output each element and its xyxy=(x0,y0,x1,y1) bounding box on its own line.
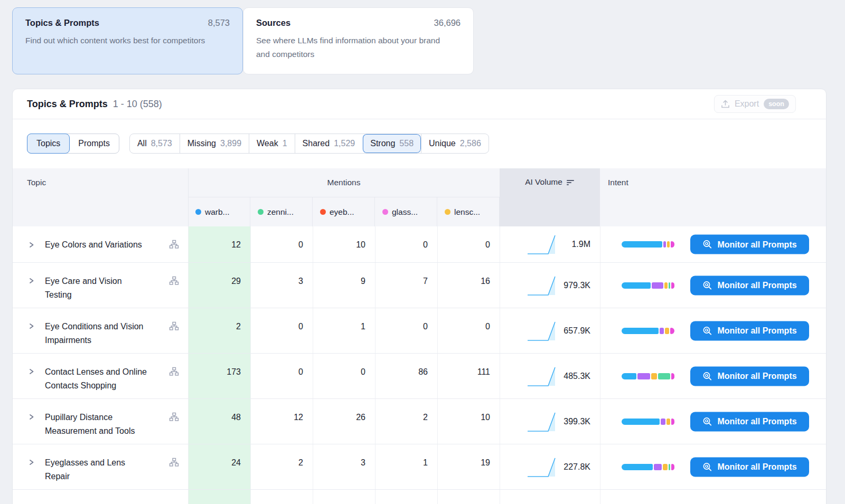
card-value: 8,573 xyxy=(208,18,230,28)
intent-bar xyxy=(622,282,674,289)
mention-count: 26 xyxy=(313,411,375,424)
mention-count: 0 xyxy=(375,238,437,252)
topic-tree-icon[interactable] xyxy=(169,240,179,251)
topic-tree-icon[interactable] xyxy=(169,367,179,378)
filter-count: 1 xyxy=(283,139,287,148)
competitor-header-eyeb[interactable]: eyeb... xyxy=(313,197,375,226)
topic-name[interactable]: Eye Conditions and Vision Impairments xyxy=(45,320,151,347)
topic-name[interactable]: Contact Lenses and Online Contacts Shopp… xyxy=(45,365,151,393)
mention-count: 0 xyxy=(437,320,500,334)
intent-segment-purple xyxy=(661,419,665,425)
table-body: Eye Colors and Variations12010001.9MMoni… xyxy=(13,226,827,504)
intent-segment-magenta xyxy=(671,241,674,248)
filter-weak[interactable]: Weak1 xyxy=(249,134,295,153)
column-header-ai-volume[interactable]: AI Volume xyxy=(500,168,600,226)
intent-segment-yellow xyxy=(664,282,668,289)
filter-missing[interactable]: Missing3,899 xyxy=(180,134,249,153)
monitor-button-label: Monitor all Prompts xyxy=(717,462,796,472)
competitor-label: glass... xyxy=(392,207,418,217)
table-row-partial xyxy=(13,490,827,504)
competitor-header-glass[interactable]: glass... xyxy=(375,197,437,226)
intent-segment-purple xyxy=(663,241,666,248)
mention-count: 173 xyxy=(188,365,250,379)
competitor-header-warb[interactable]: warb... xyxy=(188,197,250,226)
topic-name[interactable]: Eye Colors and Variations xyxy=(45,238,166,252)
monitor-all-prompts-button[interactable]: Monitor all Prompts xyxy=(690,235,809,254)
table-row: Eye Conditions and Vision Impairments201… xyxy=(13,308,827,354)
table-row: Contact Lenses and Online Contacts Shopp… xyxy=(13,354,827,399)
intent-segment-purple xyxy=(654,464,662,470)
topic-name[interactable]: Pupillary Distance Measurement and Tools xyxy=(45,411,151,438)
monitor-all-prompts-button[interactable]: Monitor all Prompts xyxy=(690,366,809,386)
mention-count: 12 xyxy=(250,411,313,424)
column-divider xyxy=(188,490,189,504)
view-toggle-prompts[interactable]: Prompts xyxy=(69,134,119,154)
ai-volume-value: 979.3K xyxy=(500,281,590,290)
card-value: 36,696 xyxy=(434,18,461,28)
filter-count: 1,529 xyxy=(334,139,355,148)
expand-chevron-icon[interactable] xyxy=(28,277,35,287)
column-divider xyxy=(500,490,500,504)
monitor-all-prompts-button[interactable]: Monitor all Prompts xyxy=(690,457,809,477)
topic-tree-icon[interactable] xyxy=(169,321,179,333)
intent-segment-magenta xyxy=(671,282,674,289)
intent-segment-green xyxy=(669,282,670,289)
mention-count: 24 xyxy=(188,456,250,470)
topic-tree-icon[interactable] xyxy=(169,458,179,469)
filter-label: Strong xyxy=(370,139,395,148)
filter-count: 8,573 xyxy=(151,139,172,148)
table-row: Eye Care and Vision Testing2939716979.3K… xyxy=(13,263,827,308)
competitor-label: zenni... xyxy=(267,207,294,217)
mention-count: 29 xyxy=(188,274,250,288)
view-toggle-topics[interactable]: Topics xyxy=(27,134,70,154)
expand-chevron-icon[interactable] xyxy=(28,322,35,332)
competitor-label: lensc... xyxy=(454,207,480,217)
expand-chevron-icon[interactable] xyxy=(28,413,35,423)
competitor-dot xyxy=(320,209,326,215)
topic-tree-icon[interactable] xyxy=(169,412,179,424)
intent-segment-magenta xyxy=(671,373,674,379)
monitor-all-prompts-button[interactable]: Monitor all Prompts xyxy=(690,412,809,431)
intent-segment-yellow xyxy=(666,419,671,425)
intent-segment-purple xyxy=(660,328,664,334)
column-divider xyxy=(375,490,375,504)
column-divider xyxy=(437,490,438,504)
mention-count: 7 xyxy=(375,274,437,288)
filter-count: 558 xyxy=(399,139,414,148)
mention-count: 16 xyxy=(437,274,500,288)
ai-volume-value: 227.8K xyxy=(500,462,590,472)
monitor-all-prompts-button[interactable]: Monitor all Prompts xyxy=(690,321,809,340)
intent-segment-blue xyxy=(622,464,653,470)
card-sources[interactable]: Sources 36,696 See where LLMs find infor… xyxy=(243,7,474,74)
topic-name[interactable]: Eye Care and Vision Testing xyxy=(45,274,151,302)
column-divider xyxy=(600,490,600,504)
competitor-header-lensc[interactable]: lensc... xyxy=(437,197,500,226)
competitor-label: eyeb... xyxy=(330,207,354,217)
monitor-all-prompts-button[interactable]: Monitor all Prompts xyxy=(690,275,809,295)
intent-segment-blue xyxy=(622,241,662,248)
filter-count: 2,586 xyxy=(460,139,481,148)
filter-label: Shared xyxy=(303,139,330,148)
expand-chevron-icon[interactable] xyxy=(28,368,35,377)
column-divider xyxy=(600,444,600,489)
column-divider xyxy=(250,490,251,504)
card-topics-prompts[interactable]: Topics & Prompts 8,573 Find out which co… xyxy=(12,7,243,74)
filter-shared[interactable]: Shared1,529 xyxy=(295,134,363,153)
mention-count: 10 xyxy=(437,411,500,424)
competitor-dot xyxy=(382,209,388,215)
filter-strong[interactable]: Strong558 xyxy=(362,134,421,153)
column-divider xyxy=(600,354,600,398)
topic-tree-icon[interactable] xyxy=(169,276,179,288)
filter-unique[interactable]: Unique2,586 xyxy=(421,134,489,153)
intent-segment-blue xyxy=(622,282,651,289)
topic-name[interactable]: Eyeglasses and Lens Repair xyxy=(45,456,151,483)
competitor-header-zenni[interactable]: zenni... xyxy=(250,197,313,226)
mention-count: 0 xyxy=(250,365,313,379)
column-divider xyxy=(313,490,313,504)
expand-chevron-icon[interactable] xyxy=(28,459,35,468)
export-button[interactable]: Export soon xyxy=(714,95,796,113)
expand-chevron-icon[interactable] xyxy=(28,241,35,251)
filter-all[interactable]: All8,573 xyxy=(130,134,180,153)
ai-volume-value: 399.3K xyxy=(500,417,590,426)
ai-volume-label: AI Volume xyxy=(525,177,562,187)
